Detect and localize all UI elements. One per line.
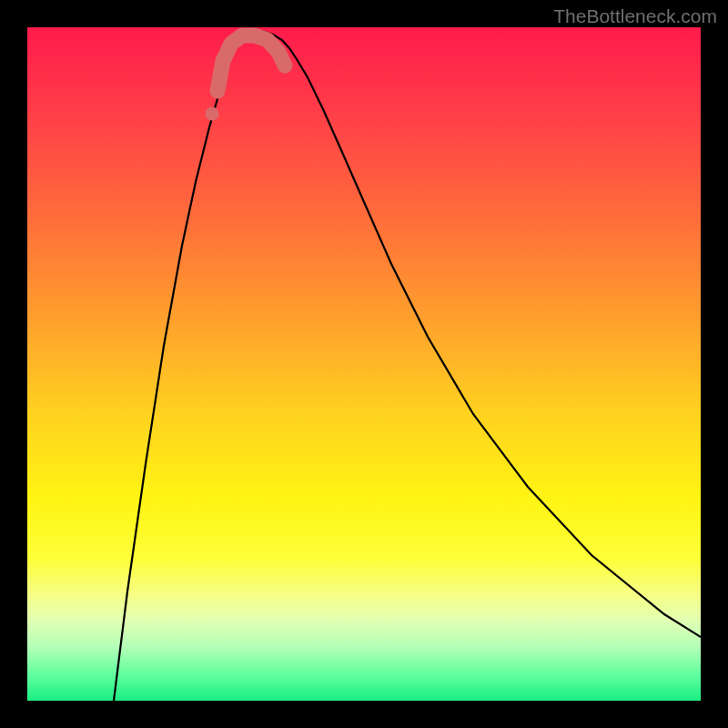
plot-area xyxy=(27,27,701,701)
watermark-text: TheBottleneck.com xyxy=(553,5,717,27)
salmon-marker-path xyxy=(217,35,285,91)
bottleneck-curve xyxy=(114,31,701,701)
curve-svg xyxy=(27,27,701,701)
chart-frame: TheBottleneck.com xyxy=(0,0,728,728)
salmon-marker-dot xyxy=(206,107,219,121)
